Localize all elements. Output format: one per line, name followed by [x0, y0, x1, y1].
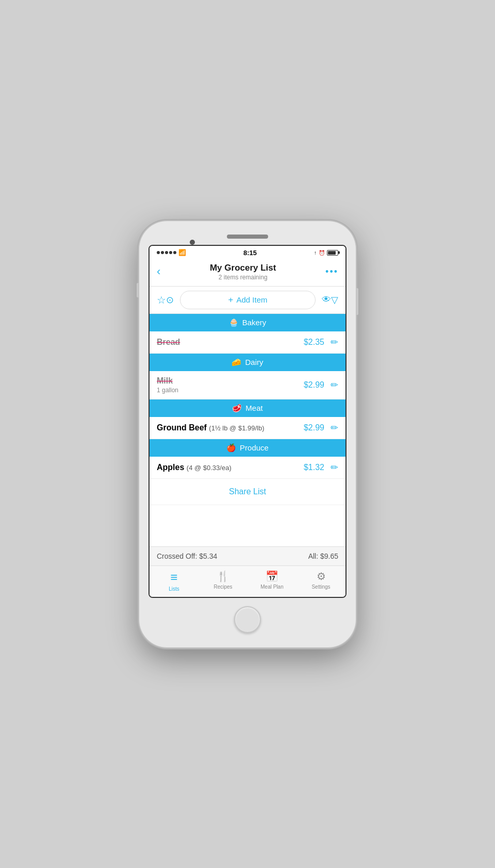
item-right: $2.35 ✏	[304, 337, 338, 348]
page-title: My Grocery List	[210, 263, 276, 273]
item-name-bread: Bread	[157, 338, 304, 347]
item-info: Ground Beef (1½ lb @ $1.99/lb)	[157, 423, 304, 432]
category-produce: 🍎 Produce	[150, 439, 345, 457]
tab-lists[interactable]: ≡ Lists	[150, 570, 199, 592]
phone-top	[148, 230, 346, 245]
status-left: 📶	[157, 249, 186, 256]
item-right: $2.99 ✏	[304, 379, 338, 391]
speaker	[227, 235, 268, 239]
location-icon: ↑	[314, 250, 317, 256]
add-item-label: Add Item	[236, 295, 267, 304]
eye-icon[interactable]: 👁	[322, 294, 331, 305]
phone-frame: 📶 8:15 ↑ ⏰ ‹ My Grocery List 2 items rem…	[139, 221, 356, 647]
header-title-block: My Grocery List 2 items remaining	[210, 263, 276, 281]
share-list-row: Share List	[150, 479, 345, 505]
back-button[interactable]: ‹	[157, 265, 160, 278]
more-menu-button[interactable]: •••	[325, 266, 338, 277]
tab-bar: ≡ Lists 🍴 Recipes 📅 Meal Plan ⚙ Settings	[150, 565, 345, 597]
toolbar: ☆ ⊙ + Add Item 👁 ▽	[150, 287, 345, 314]
list-item: Apples (4 @ $0.33/ea) $1.32 ✏	[150, 457, 345, 479]
produce-icon: 🍎	[226, 443, 236, 453]
item-info: Apples (4 @ $0.33/ea)	[157, 463, 304, 472]
meal-plan-icon: 📅	[266, 570, 278, 582]
footer-totals: Crossed Off: $5.34 All: $9.65	[150, 546, 345, 565]
filter-icon[interactable]: ▽	[331, 294, 338, 306]
power-button	[356, 288, 358, 315]
app-header: ‹ My Grocery List 2 items remaining •••	[150, 259, 345, 287]
battery-fill	[328, 251, 336, 255]
edit-ground-beef-button[interactable]: ✏	[331, 422, 338, 433]
signal-strength	[157, 251, 176, 254]
produce-label: Produce	[240, 443, 269, 452]
item-right: $1.32 ✏	[304, 462, 338, 473]
bakery-icon: 🧁	[229, 318, 239, 327]
lists-label: Lists	[169, 586, 179, 592]
wifi-icon: 📶	[178, 249, 186, 256]
status-time: 8:15	[243, 249, 257, 257]
list-item: Bread $2.35 ✏	[150, 331, 345, 354]
item-detail-milk: 1 gallon	[157, 387, 304, 394]
item-info: Milk 1 gallon	[157, 376, 304, 394]
tab-recipes[interactable]: 🍴 Recipes	[199, 570, 248, 592]
recipes-label: Recipes	[213, 584, 232, 590]
item-name-milk: Milk	[157, 376, 304, 386]
meal-plan-label: Meal Plan	[260, 584, 283, 590]
meat-label: Meat	[245, 404, 262, 412]
share-list-button[interactable]: Share List	[229, 487, 266, 496]
recipes-icon: 🍴	[217, 570, 229, 582]
bakery-label: Bakery	[242, 318, 267, 327]
dairy-icon: 🧀	[232, 358, 241, 367]
item-name-ground-beef: Ground Beef (1½ lb @ $1.99/lb)	[157, 423, 304, 432]
item-price-bread: $2.35	[304, 338, 324, 347]
list-item: Milk 1 gallon $2.99 ✏	[150, 371, 345, 399]
dairy-label: Dairy	[245, 358, 263, 366]
item-info: Bread	[157, 338, 304, 347]
grocery-list: 🧁 Bakery Bread $2.35 ✏ 🧀 Dairy Milk	[150, 314, 345, 546]
category-meat: 🥩 Meat	[150, 399, 345, 417]
item-name-apples: Apples (4 @ $0.33/ea)	[157, 463, 304, 472]
history-icon[interactable]: ⊙	[166, 294, 174, 306]
status-right: ↑ ⏰	[314, 250, 338, 256]
phone-screen: 📶 8:15 ↑ ⏰ ‹ My Grocery List 2 items rem…	[148, 245, 346, 598]
item-right: $2.99 ✏	[304, 422, 338, 433]
battery-icon	[327, 250, 338, 256]
star-icon[interactable]: ☆	[157, 294, 166, 306]
edit-apples-button[interactable]: ✏	[331, 462, 338, 473]
item-price-milk: $2.99	[304, 380, 324, 390]
edit-milk-button[interactable]: ✏	[331, 379, 338, 391]
home-button-area	[148, 598, 346, 638]
alarm-icon: ⏰	[319, 250, 325, 256]
edit-bread-button[interactable]: ✏	[331, 337, 338, 348]
tab-settings[interactable]: ⚙ Settings	[296, 570, 345, 592]
empty-space	[150, 505, 345, 546]
meat-icon: 🥩	[232, 404, 242, 413]
list-item: Ground Beef (1½ lb @ $1.99/lb) $2.99 ✏	[150, 417, 345, 439]
category-dairy: 🧀 Dairy	[150, 354, 345, 371]
tab-meal-plan[interactable]: 📅 Meal Plan	[248, 570, 296, 592]
category-bakery: 🧁 Bakery	[150, 314, 345, 331]
crossed-off-total: Crossed Off: $5.34	[157, 552, 217, 560]
settings-icon: ⚙	[317, 570, 326, 582]
status-bar: 📶 8:15 ↑ ⏰	[150, 246, 345, 259]
item-price-apples: $1.32	[304, 463, 324, 472]
item-price-ground-beef: $2.99	[304, 423, 324, 432]
items-remaining: 2 items remaining	[210, 274, 276, 281]
home-button[interactable]	[234, 606, 261, 633]
volume-button	[137, 283, 139, 297]
add-plus-icon: +	[228, 295, 234, 305]
lists-icon: ≡	[170, 570, 177, 585]
front-camera	[190, 240, 195, 245]
add-item-button[interactable]: + Add Item	[180, 291, 316, 309]
settings-label: Settings	[311, 584, 330, 590]
all-total: All: $9.65	[308, 552, 338, 560]
